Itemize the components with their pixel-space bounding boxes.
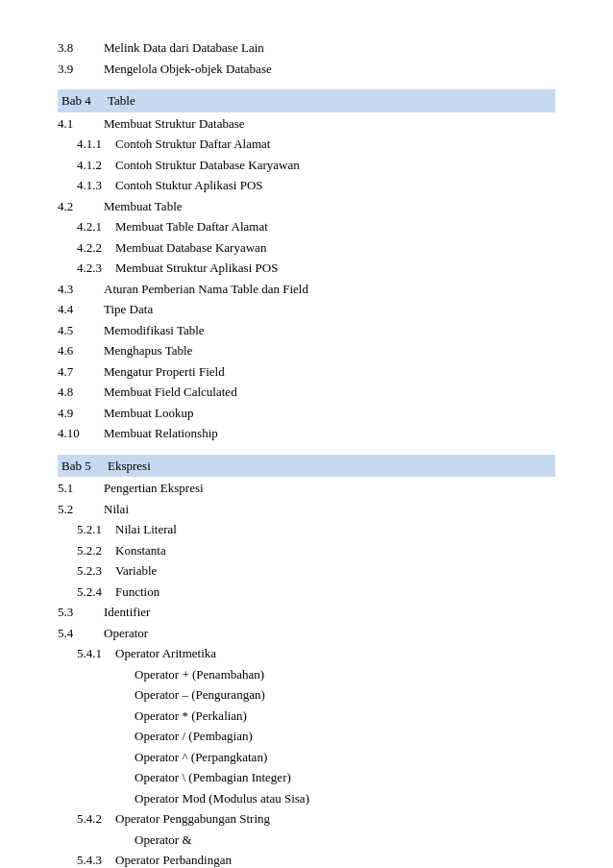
toc-entry-number [58, 768, 135, 787]
chapter-heading: Bab 4Table [58, 89, 555, 112]
toc-entry: Operator + (Penambahan) [58, 665, 555, 684]
toc-entry-text: Operator Mod (Modulus atau Sisa) [135, 789, 555, 808]
toc-entry-text: Membuat Field Calculated [104, 383, 555, 402]
toc-entry-number: 5.2 [58, 500, 104, 519]
toc-entry: 4.1.3Contoh Stuktur Aplikasi POS [58, 176, 555, 195]
toc-entry-text: Operator Perbandingan [115, 851, 555, 868]
toc-entry-number: 5.2.1 [58, 520, 115, 539]
toc-entry-number [58, 727, 135, 746]
toc-entry: 3.9Mengelola Objek-objek Database [58, 60, 555, 79]
chapter-number: Bab 4 [61, 91, 108, 111]
toc-entry-number: 5.4 [58, 624, 104, 643]
toc-entry-number: 4.4 [58, 300, 104, 319]
toc-entry-number: 4.2.2 [58, 238, 115, 258]
toc-entry: 5.4.3Operator Perbandingan [58, 851, 555, 868]
toc-entry-number: 4.1.1 [58, 135, 115, 154]
toc-entry-number: 5.4.3 [58, 851, 115, 868]
toc-entry-number: 4.2.1 [58, 217, 115, 236]
toc-entry-text: Membuat Table Daftar Alamat [115, 217, 555, 236]
toc-entry-number: 5.1 [58, 479, 104, 498]
toc-entry-number: 4.6 [58, 341, 104, 360]
toc-entry-number: 5.2.3 [58, 561, 115, 581]
toc-entry-text: Mengatur Properti Field [104, 362, 555, 382]
toc-entry: 4.1Membuat Struktur Database [58, 114, 555, 134]
toc-entry-text: Membuat Struktur Aplikasi POS [115, 259, 555, 278]
toc-entry-text: Variable [115, 561, 555, 581]
toc-entry-text: Operator * (Perkalian) [135, 707, 555, 726]
toc-entry-text: Function [115, 583, 555, 602]
toc-entry: 5.4.1Operator Aritmetika [58, 644, 555, 663]
toc-entry-text: Contoh Struktur Daftar Alamat [115, 135, 555, 154]
toc-entry-text: Nilai Literal [115, 520, 555, 539]
toc-entry: Operator – (Pengurangan) [58, 685, 555, 705]
toc-entry-text: Membuat Table [104, 197, 555, 216]
toc-entry-number [58, 748, 135, 767]
toc-entry-text: Operator \ (Pembagian Integer) [135, 768, 555, 787]
toc-entry-text: Melink Data dari Database Lain [104, 38, 555, 58]
toc-entry: 4.1.1Contoh Struktur Daftar Alamat [58, 135, 555, 154]
toc-entry-number: 4.3 [58, 280, 104, 299]
toc-entry-text: Membuat Relationship [104, 424, 555, 443]
toc-entry-text: Operator – (Pengurangan) [135, 685, 555, 705]
toc-entry: 4.10Membuat Relationship [58, 424, 555, 443]
toc-entry: 5.1Pengertian Ekspresi [58, 479, 555, 498]
toc-entry-text: Contoh Struktur Database Karyawan [115, 156, 555, 175]
toc-entry: 4.3Aturan Pemberian Nama Table dan Field [58, 280, 555, 299]
toc-entry: 4.2.3Membuat Struktur Aplikasi POS [58, 259, 555, 278]
toc-entry: 4.7Mengatur Properti Field [58, 362, 555, 382]
toc-entry-text: Identifier [104, 603, 555, 622]
toc-entry-number: 4.7 [58, 362, 104, 382]
chapter-heading: Bab 5Ekspresi [58, 455, 555, 478]
toc-entry-text: Operator [104, 624, 555, 643]
toc-entry-number: 5.2.4 [58, 583, 115, 602]
toc-entry-number: 4.8 [58, 383, 104, 402]
toc-container: 3.8Melink Data dari Database Lain3.9Meng… [58, 38, 555, 868]
toc-entry-text: Mengelola Objek-objek Database [104, 60, 555, 79]
toc-entry-number: 5.4.1 [58, 644, 115, 663]
toc-entry-number [58, 665, 135, 684]
toc-entry-number [58, 685, 135, 705]
toc-entry-text: Operator & [135, 831, 555, 850]
toc-entry: 4.2.1Membuat Table Daftar Alamat [58, 217, 555, 236]
toc-entry: Operator ^ (Perpangkatan) [58, 748, 555, 767]
toc-entry-text: Aturan Pemberian Nama Table dan Field [104, 280, 555, 299]
toc-entry-text: Nilai [104, 500, 555, 519]
toc-entry-number: 4.1.3 [58, 176, 115, 195]
toc-entry-text: Operator + (Penambahan) [135, 665, 555, 684]
toc-entry-text: Pengertian Ekspresi [104, 479, 555, 498]
toc-entry-number: 5.4.2 [58, 809, 115, 829]
toc-entry-number [58, 831, 135, 850]
toc-entry: 5.4Operator [58, 624, 555, 643]
toc-entry: 4.2.2Membuat Database Karyawan [58, 238, 555, 258]
toc-entry-number: 4.1.2 [58, 156, 115, 175]
toc-entry: Operator Mod (Modulus atau Sisa) [58, 789, 555, 808]
toc-entry-number: 4.9 [58, 404, 104, 423]
toc-entry-number: 5.2.2 [58, 541, 115, 560]
toc-entry-text: Membuat Struktur Database [104, 114, 555, 134]
toc-entry-text: Operator / (Pembagian) [135, 727, 555, 746]
toc-entry-number: 4.2 [58, 197, 104, 216]
toc-entry-number: 4.5 [58, 321, 104, 340]
toc-entry-text: Menghapus Table [104, 341, 555, 360]
toc-entry: Operator / (Pembagian) [58, 727, 555, 746]
toc-entry: 5.2.1Nilai Literal [58, 520, 555, 539]
toc-entry: 4.4Tipe Data [58, 300, 555, 319]
toc-entry: 5.4.2Operator Penggabungan String [58, 809, 555, 829]
toc-entry-text: Operator ^ (Perpangkatan) [135, 748, 555, 767]
toc-entry-text: Tipe Data [104, 300, 555, 319]
toc-entry: Operator & [58, 831, 555, 850]
toc-entry: 5.2Nilai [58, 500, 555, 519]
toc-entry: 4.6Menghapus Table [58, 341, 555, 360]
toc-entry: 4.2Membuat Table [58, 197, 555, 216]
toc-entry-text: Konstanta [115, 541, 555, 560]
toc-entry: 4.9Membuat Lookup [58, 404, 555, 423]
toc-entry: 4.5Memodifikasi Table [58, 321, 555, 340]
spacer [58, 445, 555, 455]
toc-entry: 4.8Membuat Field Calculated [58, 383, 555, 402]
toc-entry: 5.2.2Konstanta [58, 541, 555, 560]
toc-entry: 5.3Identifier [58, 603, 555, 622]
toc-entry-number: 3.9 [58, 60, 104, 79]
toc-entry-number: 4.1 [58, 114, 104, 134]
toc-entry: 5.2.4Function [58, 583, 555, 602]
toc-entry-text: Operator Aritmetika [115, 644, 555, 663]
